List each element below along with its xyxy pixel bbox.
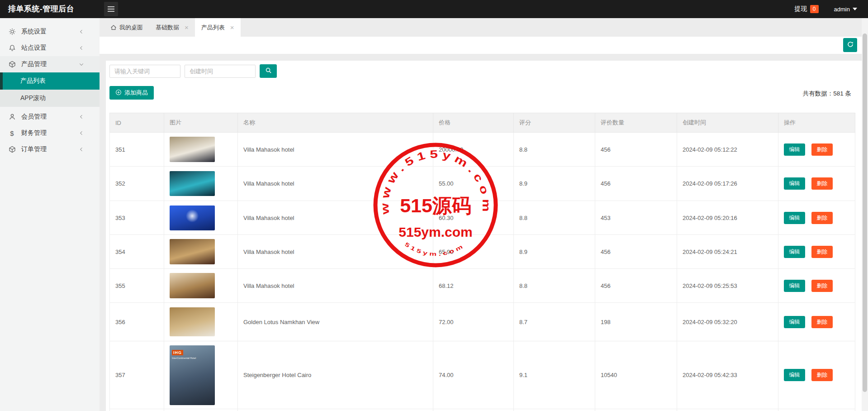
add-product-button[interactable]: 添加商品: [109, 86, 154, 100]
edit-button[interactable]: 编辑: [784, 246, 805, 258]
cell-created: 2024-02-09 05:17:26: [677, 167, 778, 201]
cell-reviews: 456: [595, 269, 677, 303]
cell-id: 351: [110, 133, 164, 167]
topbar: 排单系统-管理后台 提现 0 admin: [0, 0, 868, 18]
cell-actions: 编辑删除: [778, 269, 855, 303]
column-header: 创建时间: [677, 113, 778, 133]
tabs-bar: 我的桌面 基础数据 × 产品列表 ×: [100, 18, 862, 37]
plus-circle-icon: [115, 89, 122, 97]
tab-label: 产品列表: [201, 24, 225, 32]
sidebar-item-site-settings[interactable]: 站点设置: [0, 40, 100, 56]
caret-down-icon: [853, 8, 857, 10]
delete-button[interactable]: 删除: [811, 143, 833, 156]
scrollbar-thumb[interactable]: [863, 33, 867, 392]
cell-price: 60.30: [433, 201, 514, 235]
sidebar-subitem-label: 产品列表: [20, 77, 46, 85]
chevron-left-icon: [79, 146, 84, 152]
home-icon: [110, 24, 117, 31]
filter-bar: [109, 64, 858, 78]
chevron-left-icon: [79, 114, 84, 119]
sidebar-item-label: 产品管理: [21, 60, 47, 68]
chevron-left-icon: [79, 29, 84, 34]
delete-button[interactable]: 删除: [811, 316, 833, 328]
cell-rating: 8.7: [514, 303, 595, 341]
product-image[interactable]: IHGInterContinental Hotel: [170, 345, 215, 405]
actions-row: 添加商品 共有数据：581 条: [109, 86, 858, 100]
sidebar-item-label: 订单管理: [21, 145, 47, 153]
close-icon[interactable]: ×: [230, 24, 234, 31]
cell-image: [164, 235, 238, 269]
delete-button[interactable]: 删除: [811, 177, 833, 190]
edit-button[interactable]: 编辑: [784, 280, 805, 292]
cell-reviews: 198: [595, 303, 677, 341]
product-image[interactable]: [170, 273, 215, 298]
tab-product-list[interactable]: 产品列表 ×: [195, 18, 241, 37]
product-image[interactable]: [170, 307, 215, 336]
sidebar-item-app-scroll[interactable]: APP滚动: [0, 90, 100, 107]
tab-basic-data[interactable]: 基础数据 ×: [149, 18, 195, 37]
cell-image: [164, 167, 238, 201]
sidebar-item-product-management[interactable]: 产品管理: [0, 56, 100, 72]
withdraw-count-badge[interactable]: 0: [810, 5, 819, 13]
cell-empty: [164, 409, 238, 411]
cell-id: 354: [110, 235, 164, 269]
sidebar-item-label: 财务管理: [21, 129, 47, 137]
close-icon[interactable]: ×: [185, 24, 189, 31]
tab-label: 基础数据: [156, 24, 179, 32]
topbar-right: 提现 0 admin: [795, 0, 857, 18]
delete-button[interactable]: 删除: [811, 246, 833, 258]
cell-created: 2024-02-09 05:32:20: [677, 303, 778, 341]
product-image[interactable]: [170, 206, 215, 230]
delete-button[interactable]: 删除: [811, 369, 833, 381]
cell-reviews: 456: [595, 167, 677, 201]
product-table: ID图片名称价格评分评价数量创建时间操作 351 Villa Mahasok h…: [109, 113, 855, 411]
cell-actions: 编辑删除: [778, 201, 855, 235]
edit-button[interactable]: 编辑: [784, 177, 805, 190]
cell-id: 355: [110, 269, 164, 303]
sidebar-item-finance-management[interactable]: $ 财务管理: [0, 125, 100, 141]
total-count-text: 共有数据：581 条: [803, 90, 851, 98]
table-row: 353 Villa Mahasok hotel 60.30 8.8 453 20…: [110, 201, 855, 235]
cell-name: Villa Mahasok hotel: [238, 133, 433, 167]
cell-price: 68.12: [433, 269, 514, 303]
product-image[interactable]: [170, 137, 215, 162]
user-icon: [8, 113, 16, 121]
sidebar-item-order-management[interactable]: 订单管理: [0, 141, 100, 158]
cell-price: 55.00: [433, 167, 514, 201]
sidebar-item-product-list[interactable]: 产品列表: [0, 72, 100, 90]
edit-button[interactable]: 编辑: [784, 212, 805, 224]
tab-my-desktop[interactable]: 我的桌面: [104, 18, 149, 37]
cell-rating: 8.8: [514, 133, 595, 167]
delete-button[interactable]: 删除: [811, 280, 833, 292]
cell-actions: 编辑删除: [778, 303, 855, 341]
gear-icon: [8, 28, 16, 36]
product-image[interactable]: [170, 239, 215, 264]
cell-empty: [595, 409, 677, 411]
hamburger-icon: [108, 6, 114, 7]
withdraw-link[interactable]: 提现: [795, 5, 807, 13]
refresh-button[interactable]: [843, 38, 857, 52]
cell-name: Steigenberger Hotel Cairo: [238, 341, 433, 409]
cell-rating: 8.8: [514, 269, 595, 303]
sidebar-item-system-settings[interactable]: 系统设置: [0, 24, 100, 40]
cell-empty: [433, 409, 514, 411]
sidebar-item-member-management[interactable]: 会员管理: [0, 109, 100, 125]
keyword-input[interactable]: [109, 65, 180, 78]
cell-image: [164, 201, 238, 235]
user-menu[interactable]: admin: [834, 6, 857, 13]
page-scrollbar[interactable]: [862, 18, 868, 411]
dollar-icon: $: [8, 129, 16, 137]
product-image[interactable]: [170, 171, 215, 196]
edit-button[interactable]: 编辑: [784, 316, 805, 328]
delete-button[interactable]: 删除: [811, 212, 833, 224]
created-date-input[interactable]: [185, 65, 256, 78]
total-count: 581: [833, 90, 844, 97]
cell-created: 2024-02-09 05:20:16: [677, 201, 778, 235]
search-button[interactable]: [260, 64, 277, 78]
sidebar: 系统设置 站点设置 产品管理 产品列表 APP滚动: [0, 18, 100, 411]
edit-button[interactable]: 编辑: [784, 369, 805, 381]
cell-image: [164, 133, 238, 167]
cell-created: 2024-02-09 05:24:21: [677, 235, 778, 269]
edit-button[interactable]: 编辑: [784, 143, 805, 156]
menu-toggle-button[interactable]: [104, 2, 118, 16]
